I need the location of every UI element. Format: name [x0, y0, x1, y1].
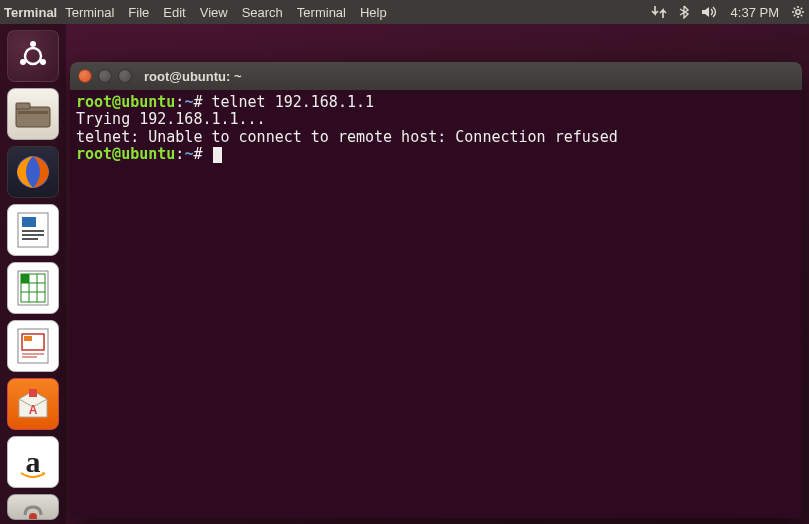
svg-point-1: [25, 48, 41, 64]
command-0: telnet 192.168.1.1: [211, 93, 374, 111]
window-title: root@ubuntu: ~: [144, 69, 242, 84]
svg-rect-5: [16, 107, 50, 127]
launcher-firefox[interactable]: [7, 146, 59, 198]
terminal-line-3: root@ubuntu:~#: [76, 146, 796, 163]
menu-terminal[interactable]: Terminal: [65, 5, 114, 20]
launcher-amazon[interactable]: a: [7, 436, 59, 488]
launcher-writer[interactable]: [7, 204, 59, 256]
menu-file[interactable]: File: [128, 5, 149, 20]
launcher-files[interactable]: [7, 88, 59, 140]
svg-rect-11: [22, 230, 44, 232]
launcher-software[interactable]: A: [7, 378, 59, 430]
top-menubar: Terminal Terminal File Edit View Search …: [0, 0, 809, 24]
terminal-cursor: [213, 147, 222, 163]
terminal-line-1: Trying 192.168.1.1...: [76, 111, 796, 128]
svg-rect-20: [21, 274, 29, 283]
menu-view[interactable]: View: [200, 5, 228, 20]
launcher-dash[interactable]: [7, 30, 59, 82]
svg-rect-29: [31, 519, 35, 520]
window-close-button[interactable]: [78, 69, 92, 83]
svg-rect-7: [18, 111, 48, 114]
svg-point-2: [30, 41, 36, 47]
clock-text[interactable]: 4:37 PM: [731, 5, 779, 20]
svg-point-3: [40, 59, 46, 65]
launcher-calc[interactable]: [7, 262, 59, 314]
gear-icon[interactable]: [791, 5, 805, 19]
network-icon[interactable]: [651, 5, 667, 19]
svg-rect-23: [24, 336, 32, 341]
svg-point-4: [20, 59, 26, 65]
terminal-line-0: root@ubuntu:~# telnet 192.168.1.1: [76, 94, 796, 111]
volume-icon[interactable]: [701, 5, 719, 19]
system-tray: 4:37 PM: [651, 5, 805, 20]
terminal-titlebar[interactable]: root@ubuntu: ~: [70, 62, 802, 90]
menu-terminal-2[interactable]: Terminal: [297, 5, 346, 20]
window-minimize-button[interactable]: [98, 69, 112, 83]
launcher-settings[interactable]: [7, 494, 59, 520]
unity-launcher: A a: [0, 24, 66, 524]
svg-point-28: [29, 513, 37, 520]
svg-rect-13: [22, 238, 38, 240]
bluetooth-icon[interactable]: [679, 5, 689, 19]
terminal-line-2: telnet: Unable to connect to remote host…: [76, 129, 796, 146]
svg-rect-10: [22, 217, 36, 227]
window-maximize-button[interactable]: [118, 69, 132, 83]
svg-text:A: A: [29, 403, 38, 417]
terminal-window: root@ubuntu: ~ root@ubuntu:~# telnet 192…: [70, 62, 802, 518]
menu-search[interactable]: Search: [242, 5, 283, 20]
terminal-body[interactable]: root@ubuntu:~# telnet 192.168.1.1 Trying…: [70, 90, 802, 167]
svg-rect-12: [22, 234, 44, 236]
svg-rect-6: [16, 103, 30, 109]
app-name: Terminal: [4, 5, 57, 20]
svg-point-0: [796, 10, 800, 14]
menu-edit[interactable]: Edit: [163, 5, 185, 20]
menu-help[interactable]: Help: [360, 5, 387, 20]
svg-rect-26: [29, 389, 37, 397]
launcher-impress[interactable]: [7, 320, 59, 372]
